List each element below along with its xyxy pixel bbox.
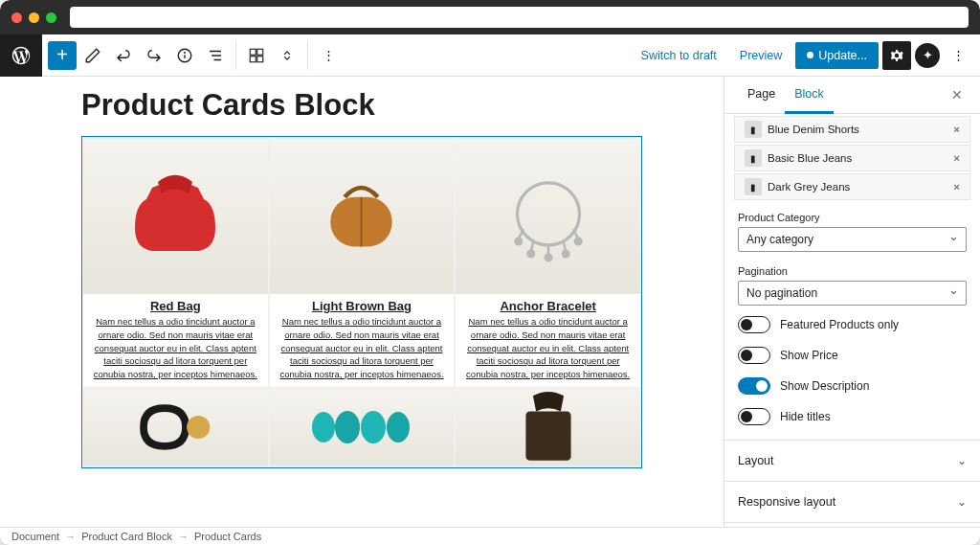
edit-icon[interactable]	[78, 41, 107, 70]
remove-chip-icon[interactable]: ×	[953, 152, 960, 164]
product-image	[270, 389, 455, 466]
switch-draft-link[interactable]: Switch to draft	[632, 43, 726, 68]
product-card[interactable]: Light Brown Bag Nam nec tellus a odio ti…	[270, 139, 455, 387]
svg-rect-8	[250, 56, 256, 61]
svg-point-13	[514, 237, 523, 245]
product-description: Nam nec tellus a odio tincidunt auctor a…	[83, 315, 268, 387]
chevron-down-icon: ⌄	[957, 495, 967, 509]
product-card[interactable]	[270, 389, 455, 466]
featured-label: Featured Products only	[780, 318, 899, 331]
accordion-responsive[interactable]: Responsive layout⌄	[724, 481, 980, 522]
svg-rect-9	[257, 56, 263, 61]
tab-page[interactable]: Page	[738, 77, 785, 113]
svg-point-16	[561, 249, 569, 258]
hide-titles-label: Hide titles	[780, 410, 831, 423]
svg-point-17	[573, 237, 582, 245]
breadcrumb-item[interactable]: Product Cards	[194, 531, 261, 542]
redo-icon[interactable]	[140, 41, 168, 70]
page-title[interactable]: Product Cards Block	[81, 88, 642, 123]
product-card[interactable]	[456, 389, 640, 466]
product-card[interactable]: Red Bag Nam nec tellus a odio tincidunt …	[83, 139, 268, 387]
product-title: Anchor Bracelet	[456, 294, 640, 315]
tab-block[interactable]: Block	[785, 77, 834, 113]
undo-icon[interactable]	[109, 41, 138, 70]
options-icon[interactable]: ⋮	[944, 41, 972, 70]
product-cards-block[interactable]: Red Bag Nam nec tellus a odio tincidunt …	[81, 136, 642, 468]
svg-point-21	[361, 411, 386, 443]
grid-icon[interactable]	[242, 41, 271, 70]
window-maximize-icon[interactable]	[46, 12, 56, 23]
product-card[interactable]	[83, 389, 268, 466]
product-image	[83, 139, 268, 294]
accordion-typography[interactable]: Typography⌄	[724, 522, 980, 527]
accordion-layout[interactable]: Layout⌄	[724, 440, 980, 481]
arrows-icon[interactable]	[273, 41, 301, 70]
arrow-icon: →	[178, 531, 189, 542]
category-select[interactable]: Any category	[738, 227, 967, 252]
product-title: Red Bag	[83, 294, 268, 315]
svg-rect-6	[250, 49, 256, 55]
editor-canvas[interactable]: Product Cards Block Red Bag Nam nec tell…	[0, 77, 724, 527]
preview-link[interactable]: Preview	[730, 43, 791, 68]
breadcrumb: Document → Product Card Block → Product …	[0, 527, 980, 545]
remove-chip-icon[interactable]: ×	[953, 181, 960, 193]
description-label: Show Description	[780, 379, 869, 393]
browser-chrome	[0, 0, 980, 34]
info-icon[interactable]	[170, 41, 199, 70]
wordpress-logo[interactable]	[0, 34, 42, 77]
chip-label: Basic Blue Jeans	[768, 152, 852, 164]
svg-point-15	[544, 253, 552, 261]
product-description: Nam nec tellus a odio tincidunt auctor a…	[456, 315, 640, 387]
chip-swatch-icon: ▮	[745, 178, 762, 195]
settings-sidebar: Page Block ✕ ▮ Blue Denim Shorts × ▮ Bas…	[724, 77, 980, 527]
svg-point-14	[526, 249, 535, 258]
selected-product-chip[interactable]: ▮ Dark Grey Jeans ×	[734, 173, 970, 200]
svg-point-22	[387, 412, 410, 443]
description-toggle[interactable]	[738, 377, 770, 395]
arrow-icon: →	[65, 531, 76, 542]
svg-point-19	[312, 412, 335, 443]
product-image	[456, 389, 640, 466]
outline-icon[interactable]	[201, 41, 230, 70]
add-block-button[interactable]: +	[48, 41, 77, 70]
price-label: Show Price	[780, 349, 838, 362]
product-description: Nam nec tellus a odio tincidunt auctor a…	[270, 315, 455, 387]
chip-swatch-icon: ▮	[745, 149, 762, 167]
breadcrumb-item[interactable]: Document	[11, 531, 59, 542]
editor-toolbar: + ⋮ Switch to draft Preview Update... ✦ …	[0, 34, 980, 77]
close-sidebar-icon[interactable]: ✕	[947, 77, 967, 113]
svg-point-2	[185, 52, 186, 53]
more-icon[interactable]: ⋮	[314, 41, 343, 70]
selected-product-chip[interactable]: ▮ Blue Denim Shorts ×	[734, 116, 970, 143]
update-button[interactable]: Update...	[795, 42, 879, 69]
hide-titles-toggle[interactable]	[738, 408, 770, 425]
svg-rect-23	[525, 412, 570, 461]
settings-icon[interactable]	[882, 41, 911, 70]
product-image	[270, 139, 455, 294]
category-label: Product Category	[738, 212, 967, 223]
selected-product-chip[interactable]: ▮ Basic Blue Jeans ×	[734, 145, 970, 171]
svg-point-18	[187, 416, 210, 439]
product-image	[83, 389, 268, 466]
product-image	[456, 139, 640, 294]
plugin-icon[interactable]: ✦	[915, 43, 940, 68]
price-toggle[interactable]	[738, 347, 770, 364]
chip-label: Blue Denim Shorts	[768, 124, 859, 135]
product-card[interactable]: Anchor Bracelet Nam nec tellus a odio ti…	[456, 139, 640, 387]
pagination-label: Pagination	[738, 265, 967, 277]
svg-rect-7	[257, 49, 263, 55]
url-bar[interactable]	[70, 7, 969, 28]
chip-label: Dark Grey Jeans	[768, 181, 850, 193]
svg-point-12	[517, 183, 579, 245]
window-minimize-icon[interactable]	[29, 12, 39, 23]
chip-swatch-icon: ▮	[745, 121, 762, 138]
remove-chip-icon[interactable]: ×	[953, 124, 960, 135]
window-close-icon[interactable]	[11, 12, 22, 23]
product-title: Light Brown Bag	[270, 294, 455, 315]
featured-toggle[interactable]	[738, 316, 770, 333]
chevron-down-icon: ⌄	[957, 454, 967, 467]
svg-point-20	[335, 411, 360, 443]
pagination-select[interactable]: No pagination	[738, 281, 967, 306]
breadcrumb-item[interactable]: Product Card Block	[81, 531, 172, 542]
